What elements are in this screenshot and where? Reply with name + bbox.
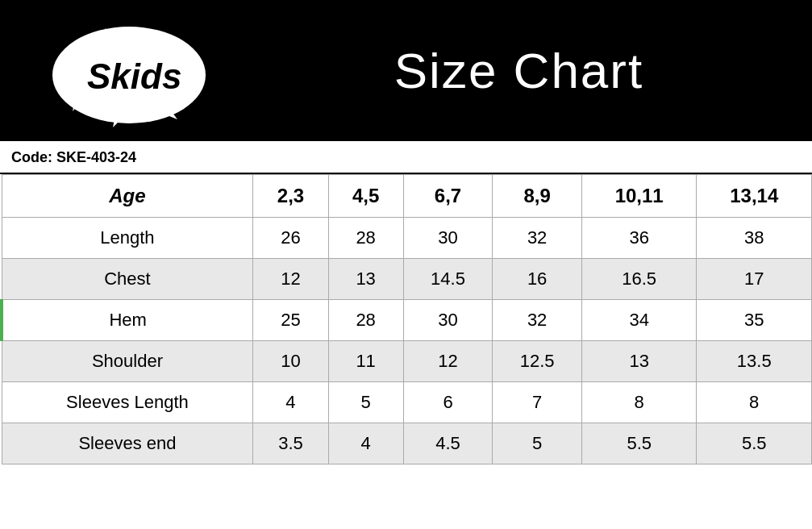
table-row: Sleeves Length 4 5 6 7 8 8 — [2, 382, 812, 423]
cell-sleevesend-67: 4.5 — [403, 423, 493, 464]
cell-sleevesend-45: 4 — [328, 423, 403, 464]
table-row: Length 26 28 30 32 36 38 — [2, 218, 812, 259]
cell-length-67: 30 — [403, 218, 493, 259]
cell-sleevesend-89: 5 — [493, 423, 582, 464]
cell-sleeveslength-1011: 8 — [581, 382, 697, 423]
logo-area: Skids — [16, 10, 242, 131]
cell-length-89: 32 — [493, 218, 582, 259]
cell-shoulder-23: 10 — [253, 341, 328, 382]
cell-shoulder-1314: 13.5 — [697, 341, 812, 382]
size-chart-table: Age 2,3 4,5 6,7 8,9 10,11 13,14 Length 2… — [0, 174, 812, 464]
code-bar: Code: SKE-403-24 — [0, 141, 812, 174]
col-header-23: 2,3 — [253, 175, 328, 218]
cell-chest-23: 12 — [253, 259, 328, 300]
cell-length-1011: 36 — [581, 218, 697, 259]
cell-shoulder-1011: 13 — [581, 341, 697, 382]
cell-sleeveslength-67: 6 — [403, 382, 493, 423]
cell-sleeveslength-23: 4 — [253, 382, 328, 423]
header: Skids Size Chart — [0, 0, 812, 141]
skids-logo: Skids — [24, 10, 234, 131]
cell-hem-1011: 34 — [581, 300, 697, 341]
product-code: Code: SKE-403-24 — [11, 149, 136, 165]
cell-chest-89: 16 — [493, 259, 582, 300]
title-area: Size Chart — [242, 42, 796, 99]
cell-hem-89: 32 — [493, 300, 582, 341]
col-header-1314: 13,14 — [697, 175, 812, 218]
row-label-length: Length — [2, 218, 253, 259]
cell-shoulder-89: 12.5 — [493, 341, 582, 382]
cell-hem-23: 25 — [253, 300, 328, 341]
cell-length-1314: 38 — [697, 218, 812, 259]
cell-sleeveslength-45: 5 — [328, 382, 403, 423]
cell-shoulder-67: 12 — [403, 341, 493, 382]
table-row: Chest 12 13 14.5 16 16.5 17 — [2, 259, 812, 300]
table-header-row: Age 2,3 4,5 6,7 8,9 10,11 13,14 — [2, 175, 812, 218]
table-row: Shoulder 10 11 12 12.5 13 13.5 — [2, 341, 812, 382]
col-header-89: 8,9 — [493, 175, 582, 218]
cell-sleeveslength-89: 7 — [493, 382, 582, 423]
cell-length-45: 28 — [328, 218, 403, 259]
row-label-chest: Chest — [2, 259, 253, 300]
cell-sleevesend-1314: 5.5 — [697, 423, 812, 464]
row-label-sleeves-length: Sleeves Length — [2, 382, 253, 423]
cell-hem-45: 28 — [328, 300, 403, 341]
row-label-hem: Hem — [2, 300, 253, 341]
cell-sleeveslength-1314: 8 — [697, 382, 812, 423]
table-row: Hem 25 28 30 32 34 35 — [2, 300, 812, 341]
cell-chest-1011: 16.5 — [581, 259, 697, 300]
cell-sleevesend-23: 3.5 — [253, 423, 328, 464]
col-header-age: Age — [2, 175, 253, 218]
table-row: Sleeves end 3.5 4 4.5 5 5.5 5.5 — [2, 423, 812, 464]
cell-chest-45: 13 — [328, 259, 403, 300]
col-header-67: 6,7 — [403, 175, 493, 218]
svg-text:Skids: Skids — [87, 56, 181, 96]
cell-chest-1314: 17 — [697, 259, 812, 300]
cell-shoulder-45: 11 — [328, 341, 403, 382]
row-label-shoulder: Shoulder — [2, 341, 253, 382]
col-header-1011: 10,11 — [581, 175, 697, 218]
row-label-sleeves-end: Sleeves end — [2, 423, 253, 464]
page-title: Size Chart — [394, 42, 643, 99]
cell-chest-67: 14.5 — [403, 259, 493, 300]
cell-hem-1314: 35 — [697, 300, 812, 341]
cell-sleevesend-1011: 5.5 — [581, 423, 697, 464]
cell-length-23: 26 — [253, 218, 328, 259]
cell-hem-67: 30 — [403, 300, 493, 341]
col-header-45: 4,5 — [328, 175, 403, 218]
